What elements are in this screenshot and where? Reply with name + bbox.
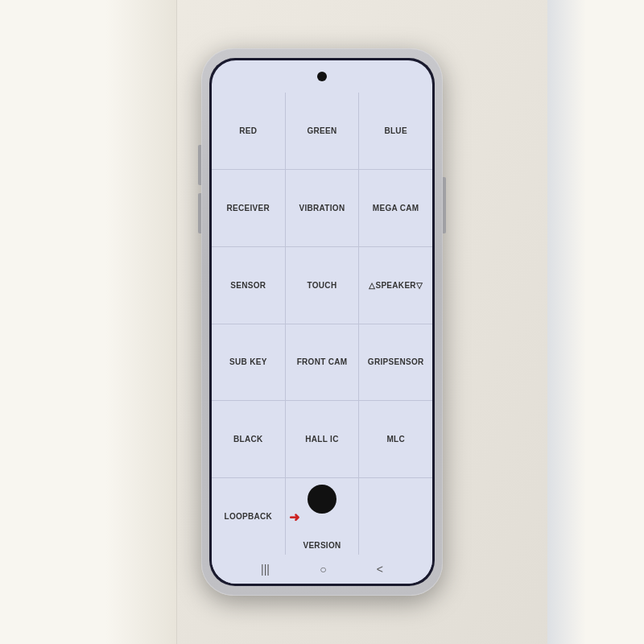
red-arrow-icon: ➜ [289, 509, 299, 524]
screen-bezel: RED GREEN BLUE RECEIVER VIBRATION [209, 58, 435, 586]
grid-cell-empty [359, 478, 432, 555]
scene: RED GREEN BLUE RECEIVER VIBRATION [0, 0, 644, 644]
grid-cell-mlc[interactable]: MLC [359, 401, 432, 477]
vol-down-button[interactable] [198, 193, 201, 233]
vol-up-button[interactable] [198, 145, 201, 185]
grid-cell-black[interactable]: BLACK [212, 401, 285, 477]
foam-left [0, 0, 177, 644]
grid-cell-version[interactable]: ➜ VERSION [286, 478, 359, 555]
grid-cell-front-cam[interactable]: FRONT CAM [286, 324, 359, 401]
grid-cell-hall-ic[interactable]: HALL IC [286, 401, 359, 477]
grid-cell-loopback[interactable]: LOOPBACK [212, 478, 285, 555]
phone: RED GREEN BLUE RECEIVER VIBRATION [201, 48, 443, 596]
home-button[interactable]: ○ [320, 563, 326, 576]
power-button[interactable] [443, 177, 446, 233]
grid-cell-sensor[interactable]: SENSOR [212, 247, 285, 324]
navigation-bar: ||| ○ < [212, 555, 432, 584]
test-menu-grid: RED GREEN BLUE RECEIVER VIBRATION [212, 93, 432, 555]
grid-cell-mega-cam[interactable]: MEGA CAM [359, 170, 432, 246]
recent-apps-button[interactable]: ||| [261, 563, 270, 576]
grid-cell-speaker[interactable]: △SPEAKER▽ [359, 247, 432, 324]
screen: RED GREEN BLUE RECEIVER VIBRATION [212, 60, 432, 584]
grid-cell-vibration[interactable]: VIBRATION [286, 170, 359, 246]
grid-cell-blue[interactable]: BLUE [359, 93, 432, 169]
foam-right [547, 0, 644, 644]
front-camera-hole [317, 72, 327, 81]
grid-cell-red[interactable]: RED [212, 93, 285, 169]
grid-cell-sub-key[interactable]: SUB KEY [212, 324, 285, 401]
version-circle-indicator [308, 485, 336, 514]
back-button[interactable]: < [377, 563, 383, 576]
grid-cell-touch[interactable]: TOUCH [286, 247, 359, 324]
grid-cell-green[interactable]: GREEN [286, 93, 359, 169]
grid-cell-grip-sensor[interactable]: GRIPSENSOR [359, 324, 432, 401]
grid-cell-receiver[interactable]: RECEIVER [212, 170, 285, 246]
